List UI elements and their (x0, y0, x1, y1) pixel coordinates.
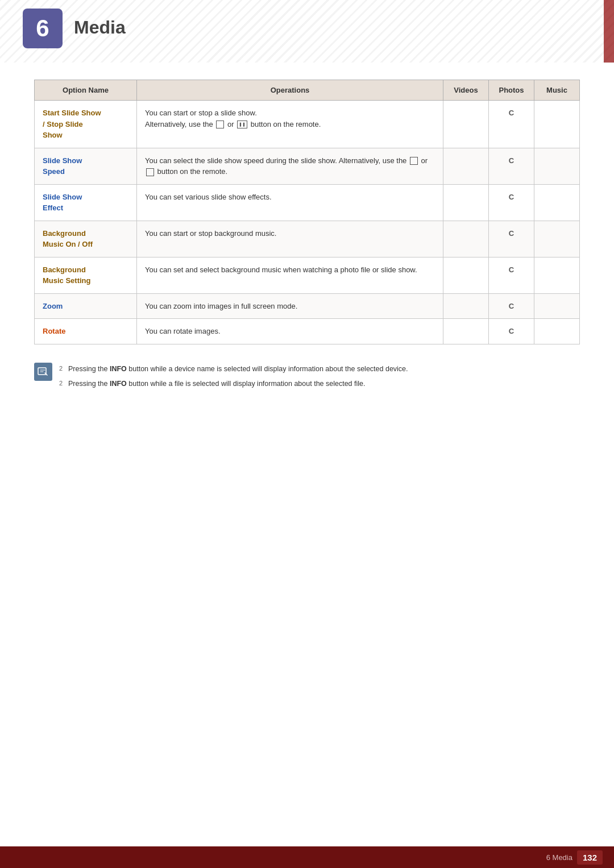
operations-cell: You can rotate images. (137, 319, 443, 344)
page-header: 6 Media (0, 0, 614, 63)
note-icon (34, 363, 52, 381)
back-icon (146, 168, 154, 176)
option-name-cell: Zoom (35, 293, 137, 319)
music-cell (534, 293, 580, 319)
table-row: BackgroundMusic Setting You can set and … (35, 257, 580, 293)
table-row: BackgroundMusic On / Off You can start o… (35, 221, 580, 257)
music-cell (534, 148, 580, 184)
col-header-videos: Videos (443, 80, 489, 101)
note-item: Pressing the INFO button while a device … (59, 362, 580, 376)
photos-cell: C (489, 184, 534, 221)
photos-cell: C (489, 101, 534, 148)
col-header-music: Music (534, 80, 580, 101)
operations-cell: You can set various slide show effects. (137, 184, 443, 221)
operations-cell: You can start or stop a slide show. Alte… (137, 101, 443, 148)
table-row: Start Slide Show/ Stop SlideShow You can… (35, 101, 580, 148)
videos-cell (443, 148, 489, 184)
videos-cell (443, 257, 489, 293)
option-label: BackgroundMusic Setting (43, 265, 91, 285)
table-row: Slide ShowSpeed You can select the slide… (35, 148, 580, 184)
music-cell (534, 221, 580, 257)
page-title: Media (74, 17, 126, 38)
play-icon (216, 121, 224, 128)
page-footer: 6 Media 132 (0, 846, 614, 868)
music-cell (534, 184, 580, 221)
music-cell (534, 319, 580, 344)
option-label: Slide ShowSpeed (43, 156, 82, 176)
pause-icon (237, 121, 247, 128)
photos-cell: C (489, 319, 534, 344)
photos-cell: C (489, 257, 534, 293)
main-content: Option Name Operations Videos Photos Mus… (0, 63, 614, 425)
col-header-operations: Operations (137, 80, 443, 101)
videos-cell (443, 101, 489, 148)
option-name-cell: Start Slide Show/ Stop SlideShow (35, 101, 137, 148)
col-header-option: Option Name (35, 80, 137, 101)
videos-cell (443, 319, 489, 344)
photos-cell: C (489, 221, 534, 257)
table-row: Rotate You can rotate images. C (35, 319, 580, 344)
option-name-cell: BackgroundMusic Setting (35, 257, 137, 293)
option-name-cell: Rotate (35, 319, 137, 344)
option-label: Start Slide Show/ Stop SlideShow (43, 109, 101, 139)
note-item: Pressing the INFO button while a file is… (59, 376, 580, 391)
option-label: BackgroundMusic On / Off (43, 229, 93, 249)
option-label: Rotate (43, 327, 65, 335)
forward-icon (410, 157, 418, 165)
photos-cell: C (489, 293, 534, 319)
table-row: Slide ShowEffect You can set various sli… (35, 184, 580, 221)
operations-cell: You can select the slide show speed duri… (137, 148, 443, 184)
svg-rect-0 (38, 368, 46, 375)
header-accent-bar (604, 0, 614, 63)
music-cell (534, 101, 580, 148)
option-label: Slide ShowEffect (43, 193, 82, 213)
footer-label: 6 Media (546, 853, 572, 862)
option-name-cell: Slide ShowEffect (35, 184, 137, 221)
music-cell (534, 257, 580, 293)
operations-cell: You can start or stop background music. (137, 221, 443, 257)
videos-cell (443, 221, 489, 257)
table-row: Zoom You can zoom into images in full sc… (35, 293, 580, 319)
chapter-badge: 6 (23, 9, 63, 48)
operations-cell: You can set and select background music … (137, 257, 443, 293)
option-name-cell: BackgroundMusic On / Off (35, 221, 137, 257)
option-name-cell: Slide ShowSpeed (35, 148, 137, 184)
feature-table: Option Name Operations Videos Photos Mus… (34, 80, 580, 344)
col-header-photos: Photos (489, 80, 534, 101)
option-label: Zoom (43, 302, 63, 310)
videos-cell (443, 293, 489, 319)
footer-page-number: 132 (577, 850, 603, 865)
videos-cell (443, 184, 489, 221)
photos-cell: C (489, 148, 534, 184)
notes-section: Pressing the INFO button while a device … (34, 362, 580, 391)
notes-list: Pressing the INFO button while a device … (59, 362, 580, 391)
operations-cell: You can zoom into images in full screen … (137, 293, 443, 319)
